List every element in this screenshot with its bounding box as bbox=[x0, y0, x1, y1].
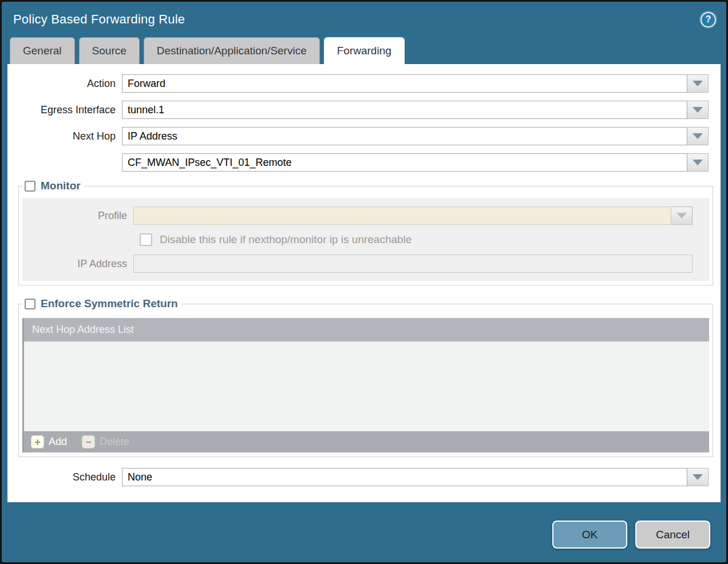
disable-rule-checkbox bbox=[140, 233, 152, 246]
action-row: Action Forward bbox=[7, 74, 709, 93]
next-hop-label: Next Hop bbox=[7, 130, 122, 142]
tab-source[interactable]: Source bbox=[79, 37, 140, 64]
tab-destination-application-service[interactable]: Destination/Application/Service bbox=[144, 37, 320, 64]
ok-button[interactable]: OK bbox=[552, 521, 627, 549]
monitor-profile-select bbox=[133, 206, 671, 225]
dialog-footer: OK Cancel bbox=[2, 507, 726, 562]
next-hop-address-select[interactable]: CF_MWAN_IPsec_VTI_01_Remote bbox=[122, 153, 687, 172]
cancel-button[interactable]: Cancel bbox=[635, 521, 710, 549]
chevron-down-icon bbox=[693, 81, 703, 86]
dialog-title: Policy Based Forwarding Rule bbox=[13, 12, 185, 27]
monitor-title: Monitor bbox=[41, 180, 81, 192]
next-hop-type-dropdown-button[interactable] bbox=[687, 127, 709, 145]
enforce-symmetric-return-checkbox[interactable] bbox=[25, 299, 35, 309]
dialog-titlebar: Policy Based Forwarding Rule ? bbox=[2, 2, 726, 37]
monitor-section: Monitor Profile Disable this rule if nex… bbox=[18, 180, 713, 285]
next-hop-address-table-body[interactable] bbox=[24, 341, 709, 431]
tab-destination-application-service-label: Destination/Application/Service bbox=[157, 45, 307, 57]
tab-general[interactable]: General bbox=[10, 37, 75, 64]
schedule-dropdown-button[interactable] bbox=[687, 468, 709, 486]
schedule-label: Schedule bbox=[7, 471, 122, 483]
help-icon[interactable]: ? bbox=[701, 12, 716, 27]
chevron-down-icon bbox=[676, 213, 687, 219]
disable-rule-label: Disable this rule if nexthop/monitor ip … bbox=[160, 233, 412, 246]
chevron-down-icon bbox=[693, 474, 703, 480]
enforce-symmetric-return-title: Enforce Symmetric Return bbox=[41, 297, 178, 310]
schedule-row: Schedule None bbox=[7, 468, 709, 486]
next-hop-address-row: CF_MWAN_IPsec_VTI_01_Remote bbox=[7, 153, 709, 172]
monitor-panel: Profile Disable this rule if nexthop/mon… bbox=[22, 198, 709, 281]
monitor-profile-dropdown-button bbox=[671, 206, 693, 225]
egress-interface-label: Egress Interface bbox=[7, 104, 122, 116]
add-button[interactable]: + Add bbox=[31, 435, 67, 448]
enforce-symmetric-return-section: Enforce Symmetric Return Next Hop Addres… bbox=[18, 297, 713, 457]
next-hop-address-table-footer: + Add − Delete bbox=[24, 431, 709, 452]
monitor-ip-address-label: IP Address bbox=[22, 258, 133, 270]
schedule-select[interactable]: None bbox=[122, 468, 687, 486]
tab-forwarding[interactable]: Forwarding bbox=[324, 37, 405, 64]
egress-interface-select[interactable]: tunnel.1 bbox=[122, 101, 687, 119]
action-select[interactable]: Forward bbox=[122, 74, 687, 93]
monitor-checkbox[interactable] bbox=[25, 181, 35, 192]
tab-general-label: General bbox=[23, 45, 62, 57]
next-hop-type-select[interactable]: IP Address bbox=[122, 127, 687, 145]
chevron-down-icon bbox=[693, 160, 703, 165]
delete-button-label: Delete bbox=[100, 436, 129, 448]
egress-interface-row: Egress Interface tunnel.1 bbox=[7, 101, 709, 119]
tab-source-label: Source bbox=[92, 45, 126, 57]
enforce-symmetric-return-legend: Enforce Symmetric Return bbox=[23, 297, 181, 310]
next-hop-row: Next Hop IP Address bbox=[7, 127, 709, 145]
forwarding-tab-panel: Action Forward Egress Interface tunnel.1… bbox=[7, 64, 721, 502]
delete-button: − Delete bbox=[82, 435, 129, 448]
monitor-ip-address-row: IP Address bbox=[22, 255, 693, 273]
next-hop-address-table-header: Next Hop Address List bbox=[24, 318, 709, 341]
monitor-profile-row: Profile bbox=[22, 206, 693, 225]
chevron-down-icon bbox=[693, 107, 703, 113]
next-hop-address-dropdown-button[interactable] bbox=[687, 153, 709, 172]
action-dropdown-button[interactable] bbox=[687, 74, 709, 93]
egress-interface-dropdown-button[interactable] bbox=[687, 101, 709, 119]
add-button-label: Add bbox=[49, 436, 67, 448]
action-label: Action bbox=[7, 78, 122, 90]
tab-forwarding-label: Forwarding bbox=[337, 45, 391, 57]
minus-icon: − bbox=[82, 435, 95, 448]
monitor-profile-label: Profile bbox=[22, 210, 133, 222]
monitor-ip-address-input bbox=[133, 255, 693, 273]
monitor-legend: Monitor bbox=[23, 180, 84, 192]
chevron-down-icon bbox=[693, 133, 703, 139]
plus-icon: + bbox=[31, 435, 44, 448]
tab-bar: General Source Destination/Application/S… bbox=[2, 37, 726, 64]
policy-based-forwarding-dialog: Policy Based Forwarding Rule ? General S… bbox=[0, 0, 728, 564]
next-hop-address-table: Next Hop Address List + Add − Delete bbox=[22, 318, 709, 452]
monitor-disable-row: Disable this rule if nexthop/monitor ip … bbox=[140, 233, 709, 246]
